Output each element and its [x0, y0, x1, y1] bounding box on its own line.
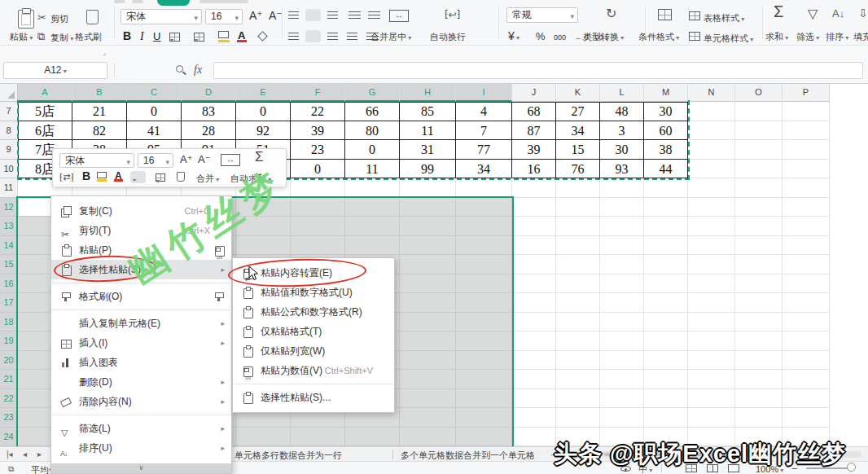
filter-button[interactable]: 筛选 [796, 31, 819, 43]
cut-button[interactable]: 剪切 [50, 13, 68, 25]
cell-L8[interactable]: 3 [600, 121, 644, 141]
cell-M12[interactable] [644, 198, 688, 217]
row-header-16[interactable]: 16 [0, 274, 18, 294]
cell-F9[interactable]: 23 [291, 140, 345, 160]
cell-H7[interactable]: 85 [400, 102, 456, 121]
cell-style-button[interactable]: 单元格样式 [704, 33, 753, 45]
cell-H15[interactable] [400, 255, 456, 274]
cell-H8[interactable]: 11 [400, 121, 456, 141]
cell-M7[interactable]: 30 [644, 102, 688, 121]
cell-I13[interactable] [456, 217, 512, 236]
cell-N20[interactable] [688, 351, 735, 371]
cell-L11[interactable] [600, 178, 644, 198]
cell-J21[interactable] [512, 370, 556, 389]
paste-submenu-item[interactable]: 粘贴值和数字格式(U) [233, 283, 394, 302]
cell-I22[interactable] [456, 389, 512, 409]
cell-L14[interactable] [600, 236, 644, 256]
cell-I21[interactable] [456, 370, 512, 389]
cell-J11[interactable] [512, 178, 556, 198]
cell-H13[interactable] [400, 217, 456, 236]
cell-M11[interactable] [644, 178, 688, 198]
mini-align-icon[interactable] [133, 173, 143, 181]
cell-K11[interactable] [556, 178, 600, 198]
cell-E14[interactable] [236, 236, 291, 256]
paste-submenu-item[interactable]: 仅粘贴列宽(W) [233, 341, 394, 361]
cell-H24[interactable] [400, 428, 456, 447]
thousands-icon[interactable]: 000 [554, 33, 566, 43]
row-header-15[interactable]: 15 [0, 255, 18, 274]
cell-I17[interactable] [456, 293, 512, 313]
copy-button[interactable]: 复制 [50, 32, 73, 44]
cell-N17[interactable] [688, 293, 735, 313]
row-header-17[interactable]: 17 [0, 293, 18, 313]
cell-J18[interactable] [512, 313, 556, 332]
first-sheet-icon[interactable]: |◂ [7, 450, 13, 459]
cell-P19[interactable] [783, 331, 830, 351]
decrease-indent-icon[interactable] [349, 11, 361, 19]
cell-L9[interactable]: 30 [600, 140, 644, 160]
format-painter-plus-icon[interactable] [213, 291, 225, 302]
context-menu-item[interactable]: 插入复制单元格(E)▸ [51, 314, 231, 333]
cell-K18[interactable] [556, 313, 600, 332]
row-header-18[interactable]: 18 [0, 313, 18, 332]
next-sheet-icon[interactable]: ▸ [37, 450, 42, 459]
cell-I16[interactable] [456, 274, 512, 294]
column-header-M[interactable]: M [644, 84, 688, 102]
cell-G11[interactable] [345, 178, 400, 198]
cell-G24[interactable] [345, 428, 400, 447]
cell-I24[interactable] [456, 428, 512, 447]
column-header-O[interactable]: O [735, 84, 783, 102]
sum-button[interactable]: 求和 [765, 31, 788, 43]
cell-F12[interactable] [291, 198, 345, 217]
wrap-text-button[interactable]: 自动换行 [430, 31, 466, 43]
cell-E7[interactable]: 0 [236, 102, 291, 121]
column-header-L[interactable]: L [600, 84, 644, 102]
cell-P7[interactable] [783, 102, 830, 121]
cell-H14[interactable] [400, 236, 456, 256]
cell-I12[interactable] [456, 198, 512, 217]
cell-M8[interactable]: 60 [644, 121, 688, 141]
align-center-icon[interactable] [308, 33, 318, 40]
paste-submenu-item[interactable]: 粘贴为数值(V)Ctrl+Shift+V [233, 361, 394, 380]
cell-P21[interactable] [783, 370, 830, 389]
cell-O23[interactable] [735, 408, 783, 428]
context-menu-item[interactable]: 粘贴(P) [51, 240, 231, 260]
select-all-corner[interactable] [0, 84, 18, 102]
cell-M13[interactable] [644, 217, 688, 236]
sheet-tab-1[interactable]: 单元格多行数据合并为一行 [235, 450, 342, 462]
cell-J22[interactable] [512, 389, 556, 409]
cell-K16[interactable] [556, 274, 600, 294]
currency-icon[interactable]: ¥ [508, 31, 519, 43]
cell-J7[interactable]: 68 [512, 102, 556, 121]
menu-scroll-down[interactable]: ∨ [51, 463, 231, 473]
cell-O18[interactable] [735, 313, 783, 332]
cell-O22[interactable] [735, 389, 783, 409]
cell-M14[interactable] [644, 236, 688, 256]
cell-J19[interactable] [512, 331, 556, 351]
mini-paste-options-icon[interactable]: ⁅⇄⁆ [59, 172, 74, 182]
cell-O17[interactable] [735, 293, 783, 313]
column-header-B[interactable]: B [72, 84, 127, 102]
format-painter-button[interactable]: 格式刷 [75, 31, 102, 43]
cell-E8[interactable]: 92 [236, 121, 291, 141]
cell-I15[interactable] [456, 255, 512, 274]
cell-H18[interactable] [400, 313, 456, 332]
fill-button[interactable]: 填充 [853, 31, 868, 43]
context-menu-item[interactable]: 复制(C)Ctrl+C [51, 201, 231, 221]
percent-icon[interactable]: % [536, 31, 546, 42]
paste-submenu-item[interactable]: 粘贴公式和数字格式(R) [233, 302, 394, 322]
column-header-J[interactable]: J [512, 84, 556, 102]
cell-O11[interactable] [735, 178, 783, 198]
row-header-22[interactable]: 22 [0, 389, 18, 409]
cell-E13[interactable] [236, 217, 291, 236]
cell-K7[interactable]: 27 [556, 102, 600, 121]
cell-M17[interactable] [644, 293, 688, 313]
cell-F13[interactable] [291, 217, 345, 236]
cell-P13[interactable] [783, 217, 830, 236]
column-header-P[interactable]: P [783, 84, 830, 102]
cell-N22[interactable] [688, 389, 735, 409]
row-header-11[interactable]: 11 [0, 178, 18, 198]
type-convert-button[interactable]: 类型转换 [583, 31, 624, 43]
mini-decrease-font-icon[interactable]: A⁻ [198, 154, 211, 165]
cell-P15[interactable] [783, 255, 830, 274]
